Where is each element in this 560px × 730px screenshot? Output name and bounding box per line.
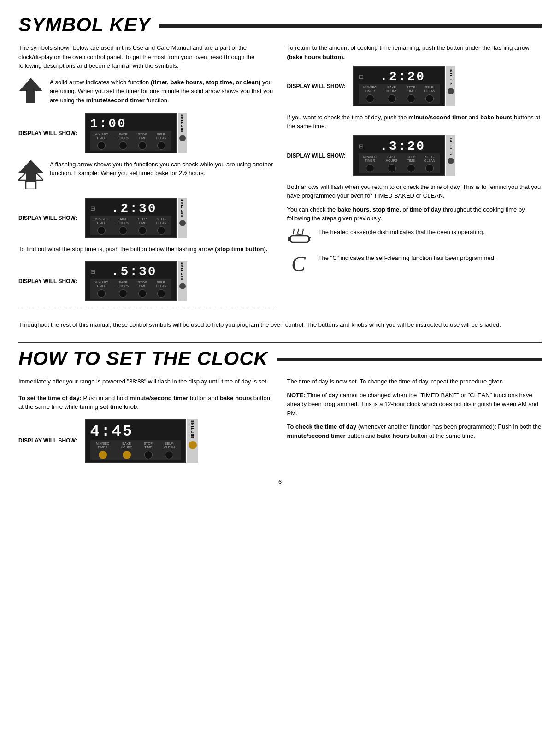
set-time-side-3: SET TIME xyxy=(178,261,187,301)
display4-time: .2:20 xyxy=(380,70,440,84)
btn-bake-hours-3[interactable]: BAKEHOURS xyxy=(117,281,129,298)
clock-display-buttons: MIN/SECTIMER BAKEHOURS STOPTIME xyxy=(90,440,181,460)
set-time-circle-2[interactable] xyxy=(179,220,186,226)
set-time-label-4: SET TIME xyxy=(449,67,453,85)
display3-outer: ⊟ .5:30 MIN/SECTIMER BAKEHOURS xyxy=(85,261,187,301)
solid-arrow-icon xyxy=(18,78,43,103)
set-time-circle-5[interactable] xyxy=(448,158,454,164)
c-symbol-row: C The "C" indicates the self-cleaning fu… xyxy=(287,253,542,274)
clock-set-time-side: SET TIME xyxy=(187,419,198,463)
bake-hours-para: You can check the bake hours, stop time,… xyxy=(287,205,542,223)
casserole-row: The heated casserole dish indicates that… xyxy=(287,228,542,246)
svg-marker-1 xyxy=(18,160,43,182)
oven-icon-2: ⊟ xyxy=(90,205,95,212)
btn-bake-hours-5[interactable]: BAKEHOURS xyxy=(386,155,397,172)
display5-row: DISPLAY WILL SHOW: ⊟ .3:20 MIN/SECTIMER xyxy=(287,135,542,176)
display5-buttons: MIN/SECTIMER BAKEHOURS STOPTIME xyxy=(359,153,440,173)
clock-set-time-label: SET TIME xyxy=(191,420,194,438)
btn-self-clean-5[interactable]: SELF-CLEAN xyxy=(424,155,435,172)
set-time-circle-1[interactable] xyxy=(179,135,186,141)
symbol-key-section: SYMBOL KEY The symbols shown below are u… xyxy=(18,14,542,329)
btn-bake-hours-4[interactable]: BAKEHOURS xyxy=(386,86,397,103)
oven-icon-3: ⊟ xyxy=(90,268,95,275)
clock-right-col: The time of day is now set. To change th… xyxy=(287,377,542,469)
display1-row: DISPLAY WILL SHOW: 1:00 MIN/SECTIMER xyxy=(18,113,273,153)
display4-box: ⊟ .2:20 MIN/SECTIMER BAKEHOURS xyxy=(353,66,445,106)
display3-buttons: MIN/SECTIMER BAKEHOURS STOPTIME xyxy=(90,279,171,299)
display2-btn-group: MIN/SECTIMER BAKEHOURS STOPTIME xyxy=(90,218,171,235)
set-time-label-5: SET TIME xyxy=(449,136,453,155)
btn-stop-time-4[interactable]: STOPTIME xyxy=(407,86,415,103)
display1-label: DISPLAY WILL SHOW: xyxy=(18,130,77,136)
btn-min-sec-5[interactable]: MIN/SECTIMER xyxy=(363,155,377,172)
display3-box: ⊟ .5:30 MIN/SECTIMER BAKEHOURS xyxy=(85,261,177,301)
clock-display-label: DISPLAY WILL SHOW: xyxy=(18,437,77,444)
display5-box: ⊟ .3:20 MIN/SECTIMER BAKEHOURS xyxy=(353,135,445,176)
c-icon: C xyxy=(287,253,312,274)
svg-marker-0 xyxy=(19,78,42,103)
display1-time: 1:00 xyxy=(90,117,150,131)
display4-row: DISPLAY WILL SHOW: ⊟ .2:20 MIN/SECTIMER xyxy=(287,66,542,106)
btn-min-sec-1[interactable]: MIN/SECTIMER xyxy=(94,133,108,150)
svg-rect-3 xyxy=(290,236,309,242)
set-time-circle-4[interactable] xyxy=(448,88,454,94)
display3-row: DISPLAY WILL SHOW: ⊟ .5:30 MIN/SECTIMER xyxy=(18,261,273,301)
set-time-side-4: SET TIME xyxy=(446,66,455,106)
display3-time: .5:30 xyxy=(112,265,171,279)
display5-btn-group: MIN/SECTIMER BAKEHOURS STOPTIME xyxy=(359,155,440,172)
title-bar xyxy=(159,24,542,28)
flashing-arrow-text: A flashing arrow shows you the functions… xyxy=(50,160,273,178)
btn-min-sec-clock[interactable]: MIN/SECTIMER xyxy=(96,442,109,459)
clock-section-title: HOW TO SET THE CLOCK xyxy=(18,347,542,370)
oven-icon-4: ⊟ xyxy=(359,73,364,80)
btn-bake-hours-clock[interactable]: BAKEHOURS xyxy=(121,442,132,459)
clock-display-box: 4:45 MIN/SECTIMER BAKEHOURS xyxy=(85,419,186,463)
check-time-text: If you want to check the time of day, pu… xyxy=(287,113,542,131)
btn-bake-hours-2[interactable]: BAKEHOURS xyxy=(117,218,129,235)
display2-buttons: MIN/SECTIMER BAKEHOURS STOPTIME xyxy=(90,216,171,235)
clock-display-row: DISPLAY WILL SHOW: 4:45 MIN/SECTIMER xyxy=(18,419,273,463)
display1-box: 1:00 MIN/SECTIMER BAKEHOURS xyxy=(85,113,177,153)
both-arrows-text: Both arrows will flash when you return t… xyxy=(287,182,542,200)
display2-box: ⊟ .2:30 MIN/SECTIMER BAKEHOURS xyxy=(85,198,177,238)
svg-text:C: C xyxy=(291,253,306,274)
display1-outer: 1:00 MIN/SECTIMER BAKEHOURS xyxy=(85,113,187,153)
c-text: The "C" indicates the self-cleaning func… xyxy=(318,253,496,263)
btn-min-sec-3[interactable]: MIN/SECTIMER xyxy=(94,281,108,298)
btn-stop-time-1[interactable]: STOPTIME xyxy=(138,133,147,150)
btn-min-sec-2[interactable]: MIN/SECTIMER xyxy=(94,218,108,235)
btn-stop-time-3[interactable]: STOPTIME xyxy=(138,281,147,298)
right-intro: To return to the amount of cooking time … xyxy=(287,43,542,61)
display4-btn-group: MIN/SECTIMER BAKEHOURS STOPTIME xyxy=(359,86,440,103)
btn-stop-time-2[interactable]: STOPTIME xyxy=(138,218,147,235)
btn-bake-hours-1[interactable]: BAKEHOURS xyxy=(117,133,129,150)
btn-self-clean-4[interactable]: SELF-CLEAN xyxy=(424,86,435,103)
btn-stop-time-clock[interactable]: STOPTIME xyxy=(144,442,153,459)
clock-section: HOW TO SET THE CLOCK Immediately after y… xyxy=(18,342,542,469)
stop-time-text: To find out what the stop time is, push … xyxy=(18,245,273,254)
clock-set-time-para: To set the time of day: Push in and hold… xyxy=(18,394,273,412)
display5-time: .3:20 xyxy=(380,139,440,153)
btn-self-clean-3[interactable]: SELF-CLEAN xyxy=(156,281,166,298)
symbol-key-left-col: The symbols shown below are used in this… xyxy=(18,43,273,311)
btn-min-sec-4[interactable]: MIN/SECTIMER xyxy=(363,86,377,103)
btn-stop-time-5[interactable]: STOPTIME xyxy=(407,155,415,172)
footer-text: Throughout the rest of this manual, thes… xyxy=(18,320,542,330)
clock-set-time-circle[interactable] xyxy=(189,441,197,449)
clock-left-col: Immediately after your range is powered … xyxy=(18,377,273,469)
solid-arrow-text: A solid arrow indicates which function (… xyxy=(50,78,273,105)
clock-display-outer: 4:45 MIN/SECTIMER BAKEHOURS xyxy=(85,419,198,463)
clock-title-text: HOW TO SET THE CLOCK xyxy=(18,347,268,370)
clock-display-btn-group: MIN/SECTIMER BAKEHOURS STOPTIME xyxy=(90,442,181,459)
flashing-arrow-icon xyxy=(18,160,43,189)
btn-self-clean-clock[interactable]: SELF-CLEAN xyxy=(164,442,175,459)
display4-outer: ⊟ .2:20 MIN/SECTIMER BAKEHOURS xyxy=(353,66,455,106)
flashing-arrow-row: A flashing arrow shows you the functions… xyxy=(18,160,273,189)
display3-label: DISPLAY WILL SHOW: xyxy=(18,278,77,284)
set-time-circle-3[interactable] xyxy=(179,283,186,289)
btn-self-clean-2[interactable]: SELF-CLEAN xyxy=(156,218,166,235)
solid-arrow-row: A solid arrow indicates which function (… xyxy=(18,78,273,105)
clock-check-time-para: To check the time of day (whenever anoth… xyxy=(287,422,542,440)
clock-note-para: NOTE: Time of day cannot be changed when… xyxy=(287,391,542,418)
btn-self-clean-1[interactable]: SELF-CLEAN xyxy=(156,133,166,150)
